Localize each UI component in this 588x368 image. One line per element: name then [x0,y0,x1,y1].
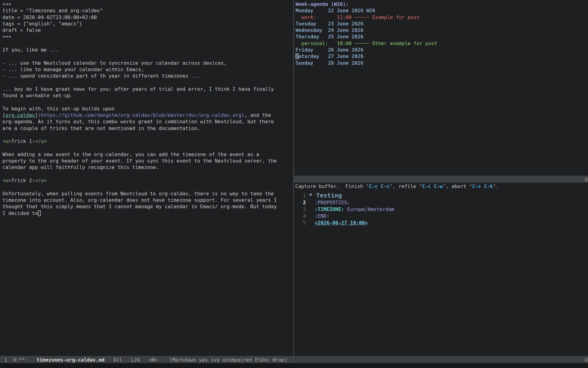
buffer-line: Week-agenda (W26): [296,1,588,7]
text-segment: Trick 2: [11,178,35,183]
line-number: 4 [294,213,306,220]
buffer-line: 5 <2026-06-27 19:00> [294,220,588,226]
text-segment: > [8,178,11,183]
emacs-frame: +++title = "Timezones and org-caldav"dat… [0,0,588,368]
text-segment: property to the org header of your event… [2,158,277,164]
buffer-line: To begin with, this set-up builds upon [2,105,293,112]
text-segment: personal: 18:00 ┄┄┄┄┄ Other example for … [296,40,437,46]
buffer-line: Friday 26 June 2026 [296,47,588,53]
text-segment [309,206,315,212]
capture-header-line: Capture buffer. Finish ‘C-c C-c’, refile… [294,183,588,190]
agenda-modeline[interactable]: 2 U:%*- *Org Agenda(a)* All L9 <N> (Org-… [294,176,588,183]
text-segment: Wednesday 24 June 2026 [296,27,364,33]
buffer-line [2,132,293,138]
text-segment: > [44,138,47,144]
buffer-line: 3 :TIMEZONE: Europe/Amsterdam [294,206,588,213]
text-segment: calendar app will faithfully recognize t… [2,164,159,170]
buffer-line: thought that this simply means that I ca… [2,203,293,210]
buffer-line: - ... like to manage your calendar withi… [2,66,293,73]
org-agenda-buffer[interactable]: Week-agenda (W26):Monday 22 June 2026 W2… [294,0,588,176]
text-segment: C-c C-k [472,183,493,189]
buffer-line [2,40,293,47]
text-segment: - ... like to manage your calendar withi… [2,67,144,72]
buffer-line: Unfortunately, when pulling events from … [2,190,293,197]
buffer-line [2,184,293,190]
text-segment: Sunday 28 June 2026 [296,60,364,66]
text-segment: ] [35,112,38,118]
buffer-line: 4 :END: [294,213,588,220]
text-segment: 1 U:**- [1,357,37,363]
text-segment: Capture buffer. Finish ‘ [295,183,369,189]
buffer-line: calendar app will faithfully recognize t… [2,164,293,171]
text-segment: Friday 26 June 2026 [296,47,364,53]
buffer-line [2,145,293,151]
text-segment: timezone into account. Also, org-calenda… [2,197,277,203]
right-window-column: Week-agenda (W26):Monday 22 June 2026 W2… [294,0,588,363]
text-segment: </ [35,178,41,183]
text-segment: title = "Timezones and org-caldav" [2,8,103,13]
text-segment: I decided to [2,210,38,216]
buffer-line: work: 11:00 ┄┄┄┄┄ Example for post [296,14,588,21]
text-segment: ’. [493,183,499,189]
buffer-line: found a workable set-up. [2,92,293,99]
text-segment: > [8,138,11,144]
text-segment: :TIMEZONE: [315,206,344,212]
text-segment: Week-agenda (W26): [296,1,349,7]
text-segment: (https://github.com/dengste/org-caldav/b… [38,112,244,118]
text-segment: C-c C-w [422,183,443,189]
text-segment: org-caldav [6,112,35,118]
text-segment: +++ [2,1,11,7]
buffer-line: date = 2026-04-02T23:00:00+02:00 [2,14,293,21]
text-segment: Monday 22 June 2026 W26 [296,8,375,13]
buffer-line [2,79,293,86]
buffer-line: Monday 22 June 2026 W26 [296,7,588,14]
agenda-modeline-right: U [585,176,588,183]
line-number: 1 [294,192,306,200]
text-segment: > [44,178,47,183]
text-segment: Europe/Amsterdam [344,206,394,212]
buffer-line [2,53,293,59]
text-segment: +++ [2,34,11,40]
buffer-line: 1* Testing [294,191,588,199]
text-segment: * [309,192,316,199]
line-number: 3 [294,206,306,213]
buffer-line: timezone into account. Also, org-calenda… [2,197,293,203]
text-segment: u [41,138,44,144]
buffer-line: - ... use the Nextcloud calendar to sync… [2,60,293,66]
buffer-line: [org-caldav](https://github.com/dengste/… [2,112,293,118]
text-segment: Unfortunately, when pulling events from … [2,191,274,197]
buffer-line: Wednesday 24 June 2026 [296,27,588,33]
buffer-line: Tuesday 23 June 2026 [296,21,588,27]
text-segment: ’, refile ‘ [390,183,422,189]
text-segment: ... boy do I have great news for you: af… [2,86,274,92]
buffer-line: property to the org header of your event… [2,158,293,164]
text-segment: All L24 <N> (Markdown yas ivy unimpaired… [104,357,287,363]
text-segment: u [41,178,44,183]
buffer-line: Saturday 27 June 2026 [296,53,588,59]
capture-buffer[interactable]: 1* Testing2 :PROPERTIES:3 :TIMEZONE: Eur… [294,190,588,356]
buffer-line: org-agenda. As it turns out, this combo … [2,118,293,125]
buffer-line [2,99,293,105]
text-segment: [ [2,112,6,118]
text-segment: u [6,138,9,144]
text-segment: thought that this simply means that I ca… [2,204,277,209]
buffer-line: 2 :PROPERTIES: [294,199,588,206]
markdown-buffer[interactable]: +++title = "Timezones and org-caldav"dat… [0,0,293,356]
minibuffer-echo-area[interactable] [0,363,588,368]
capture-modeline[interactable]: 3 U:**- CAPTURE-amor.org All L2 <N> (Org… [294,356,588,363]
markdown-modeline[interactable]: 1 U:**- timezones-org-caldav.md All L24 … [0,356,293,363]
left-window-column: +++title = "Timezones and org-caldav"dat… [0,0,294,363]
text-segment: Testing [316,192,342,199]
text-segment: <2026-06-27 19:00> [315,220,368,226]
buffer-line: ... boy do I have great news for you: af… [2,86,293,92]
window-row: +++title = "Timezones and org-caldav"dat… [0,0,588,363]
text-segment: :END: [309,213,329,219]
text-cursor: S [296,53,299,59]
text-segment: If you, like me ... [2,47,58,53]
text-segment: :PROPERTIES: [309,200,350,205]
buffer-line: draft = false [2,27,293,33]
buffer-line: - ... spend considerable part of th year… [2,73,293,79]
buffer-line: If you, like me ... [2,47,293,53]
buffer-line: +++ [2,33,293,40]
buffer-line: When adding a new event to the org-calen… [2,151,293,158]
